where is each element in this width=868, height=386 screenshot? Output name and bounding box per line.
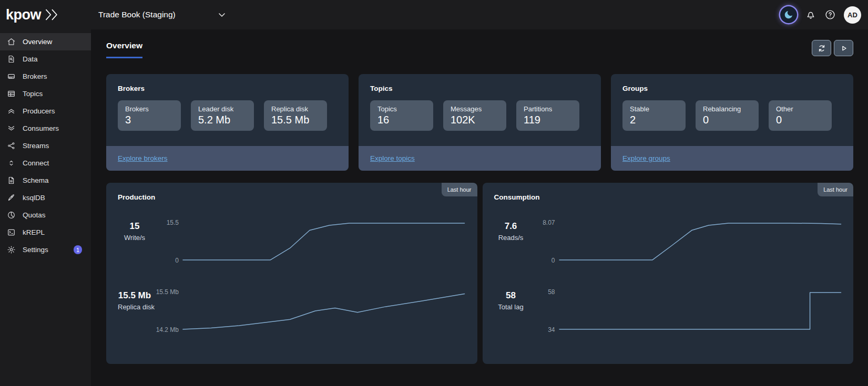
stat-label: Partitions [524, 105, 572, 113]
sidebar-item-producers[interactable]: Producers [0, 102, 91, 120]
metric-label: Replica disk [118, 303, 151, 311]
table-icon [7, 89, 16, 98]
explore-topics-link[interactable]: Explore topics [370, 154, 415, 162]
sidebar-item-schema[interactable]: Schema [0, 172, 91, 189]
metric-row-write-s: 15 Write/s 15.5 0 [118, 221, 465, 262]
card-title: Production [118, 193, 477, 201]
card-footer: Explore topics [359, 146, 601, 171]
help-icon [824, 9, 836, 20]
metric-value: 58 [494, 290, 528, 301]
refresh-button[interactable] [812, 40, 831, 56]
card-title: Groups [622, 85, 853, 92]
sparkline [183, 221, 465, 262]
card-title: Brokers [118, 85, 349, 92]
stat-value: 0 [776, 114, 824, 126]
metric-label: Write/s [118, 234, 151, 242]
gear-icon [7, 245, 16, 254]
sidebar-item-label: ksqlDB [23, 194, 45, 202]
spark-min-label: 0 [552, 257, 555, 264]
theme-toggle-button[interactable] [780, 6, 797, 23]
sidebar-item-settings[interactable]: Settings1 [0, 241, 91, 258]
chart-cards-row: Last hour Production 15 Write/s 15.5 0 1… [106, 183, 853, 364]
explore-groups-link[interactable]: Explore groups [622, 154, 670, 162]
stat-value: 16 [377, 114, 426, 126]
time-range-badge: Last hour [818, 183, 853, 196]
sidebar-item-consumers[interactable]: Consumers [0, 120, 91, 137]
play-button[interactable] [834, 40, 853, 56]
stat-label: Leader disk [198, 105, 247, 113]
sidebar-item-label: Settings [23, 246, 48, 254]
help-button[interactable] [824, 9, 836, 20]
sidebar-item-label: Connect [23, 159, 49, 167]
stat-tiles: Brokers 3 Leader disk 5.2 Mb Replica dis… [118, 100, 337, 131]
sidebar-item-label: Producers [23, 107, 55, 115]
metric-value: 7.6 [494, 221, 528, 232]
sidebar: OverviewDataBrokersTopicsProducersConsum… [0, 29, 91, 386]
sidebar-item-label: Topics [23, 90, 43, 98]
stat-value: 3 [125, 114, 173, 126]
spark-max-label: 15.5 [167, 219, 179, 226]
sparkline [183, 290, 465, 331]
metric-summary: 58 Total lag [494, 290, 528, 311]
home-icon [7, 37, 16, 46]
notifications-button[interactable] [805, 9, 816, 20]
card-groups: Groups Stable 2 Rebalancing 0 Other 0 Ex… [611, 74, 853, 171]
spark-max-label: 8.07 [543, 219, 555, 226]
stat-tile-replica-disk: Replica disk 15.5 Mb [264, 100, 327, 131]
main-content: Overview Brokers Brokers 3 Leader disk 5… [91, 29, 868, 386]
spark-max-label: 15.5 Mb [156, 288, 179, 296]
explore-brokers-link[interactable]: Explore brokers [118, 154, 168, 162]
sidebar-item-topics[interactable]: Topics [0, 85, 91, 102]
stat-tile-brokers: Brokers 3 [118, 100, 181, 131]
stat-tile-leader-disk: Leader disk 5.2 Mb [191, 100, 254, 131]
pie-icon [7, 211, 16, 220]
sparkline [559, 221, 841, 262]
stat-value: 102K [451, 114, 499, 126]
bell-icon [805, 9, 816, 20]
metric-label: Reads/s [494, 234, 528, 242]
sidebar-item-data[interactable]: Data [0, 50, 91, 68]
chevron-down-icon [217, 9, 227, 20]
terminal-icon [7, 228, 16, 237]
document-search-icon [7, 55, 16, 64]
spark-min-label: 0 [175, 257, 179, 264]
sort-icon [7, 159, 16, 168]
stat-value: 15.5 Mb [271, 114, 320, 126]
play-icon [839, 44, 849, 53]
page-title: Overview [106, 41, 142, 58]
spark-axis-labels: 58 34 [532, 290, 559, 331]
chevrons-up-icon [7, 107, 16, 116]
stat-tile-partitions: Partitions 119 [516, 100, 579, 131]
stat-label: Stable [630, 105, 678, 113]
logo-text: kpow [6, 7, 41, 23]
settings-badge: 1 [74, 245, 82, 254]
sidebar-item-quotas[interactable]: Quotas [0, 206, 91, 224]
stat-label: Topics [377, 105, 426, 113]
sidebar-item-streams[interactable]: Streams [0, 137, 91, 154]
sidebar-item-connect[interactable]: Connect [0, 154, 91, 172]
sidebar-item-label: Streams [23, 142, 49, 150]
sidebar-item-ksqldb[interactable]: ksqlDB [0, 189, 91, 206]
stat-tile-stable: Stable 2 [622, 100, 686, 131]
card-brokers: Brokers Brokers 3 Leader disk 5.2 Mb Rep… [106, 74, 349, 171]
environment-selector[interactable]: Trade Book (Staging) [98, 9, 227, 20]
sidebar-item-krepl[interactable]: kREPL [0, 224, 91, 241]
sidebar-item-overview[interactable]: Overview [0, 33, 91, 50]
stat-tile-rebalancing: Rebalancing 0 [696, 100, 759, 131]
avatar[interactable]: AD [844, 6, 861, 24]
spark-axis-labels: 8.07 0 [532, 221, 559, 262]
stat-label: Rebalancing [703, 105, 751, 113]
header-actions [812, 40, 853, 56]
topbar-actions: AD [780, 6, 868, 24]
topbar: kpow Trade Book (Staging) [0, 0, 868, 29]
metric-label: Total lag [494, 303, 528, 311]
metric-summary: 15.5 Mb Replica disk [118, 290, 151, 311]
card-title: Topics [370, 85, 601, 92]
stat-value: 5.2 Mb [198, 114, 247, 126]
sidebar-item-label: kREPL [23, 228, 45, 236]
sidebar-item-brokers[interactable]: Brokers [0, 68, 91, 85]
sidebar-item-label: Brokers [23, 72, 47, 80]
stat-tile-topics: Topics 16 [370, 100, 433, 131]
environment-name: Trade Book (Staging) [98, 10, 176, 19]
stat-value: 0 [703, 114, 751, 126]
